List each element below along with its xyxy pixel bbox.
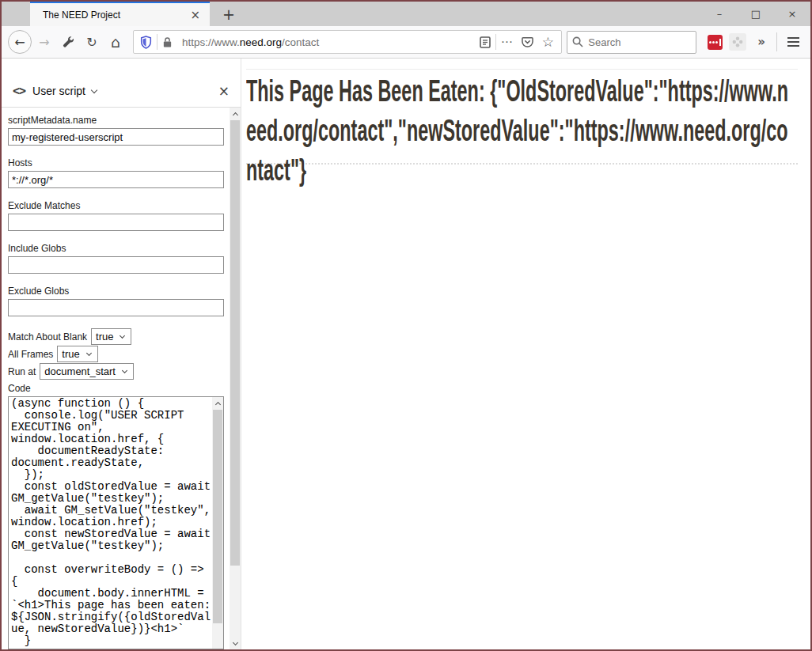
scroll-up-icon[interactable]: [230, 108, 241, 119]
sidebar-header: <> User script ×: [2, 59, 241, 108]
dot: [715, 41, 718, 44]
minimize-button[interactable]: –: [701, 2, 738, 26]
menu-bar: [787, 45, 799, 47]
password-manager-extension-icon[interactable]: [708, 35, 723, 50]
field-label-exclude-matches: Exclude Matches: [8, 200, 224, 211]
run-at-select[interactable]: document_start: [40, 363, 134, 380]
code-label: Code: [8, 383, 224, 394]
forward-button[interactable]: →: [33, 31, 55, 53]
match-about-blank-select[interactable]: true: [91, 328, 131, 345]
tracking-protection-shield-icon[interactable]: [140, 36, 152, 49]
bookmark-button[interactable]: ☆: [537, 32, 558, 52]
bar: [719, 39, 721, 46]
field-label-hosts: Hosts: [8, 157, 224, 168]
home-icon: ⌂: [111, 33, 120, 51]
identity-separator: [157, 34, 157, 50]
search-icon: [572, 36, 583, 47]
page-actions-button[interactable]: ⋯: [496, 32, 517, 52]
tab-title: The NEED Project: [43, 9, 187, 21]
reload-button[interactable]: ↻: [81, 31, 103, 53]
scroll-up-icon[interactable]: [212, 397, 223, 409]
sidebar-scrollbar[interactable]: [230, 108, 241, 649]
site-identity[interactable]: [137, 34, 176, 50]
close-button[interactable]: ×: [774, 2, 810, 26]
exclude-globs-input[interactable]: [8, 299, 224, 316]
home-button[interactable]: ⌂: [104, 31, 127, 53]
field-label-include-globs: Include Globs: [8, 243, 224, 254]
new-tab-button[interactable]: +: [217, 2, 241, 26]
tab-bar: The NEED Project × + – □ ×: [2, 2, 810, 26]
code-scrollbar-thumb[interactable]: [213, 410, 222, 623]
sidebar-form: scriptMetadata.name Hosts Exclude Matche…: [2, 108, 241, 649]
url-text[interactable]: https://www.need.org/contact: [182, 36, 475, 48]
page-heading: This Page Has Been Eaten: {"OldStoredVal…: [246, 71, 795, 190]
toolbar-separator: [776, 32, 777, 51]
wrench-button[interactable]: [57, 31, 79, 53]
maximize-button[interactable]: □: [738, 2, 774, 26]
reader-mode-icon: [480, 36, 491, 48]
hosts-input[interactable]: [8, 171, 224, 188]
code-editor: (async function () { console.log("USER S…: [8, 396, 224, 649]
dot: [709, 41, 711, 44]
code-textarea[interactable]: (async function () { console.log("USER S…: [9, 397, 212, 649]
sidebar-user-script-panel: <> User script × scriptMetadata.name Hos…: [2, 59, 241, 649]
page-content: This Page Has Been Eaten: {"OldStoredVal…: [241, 59, 810, 649]
chevron-down-icon: [120, 332, 125, 338]
menu-bar: [787, 41, 799, 43]
forward-icon: →: [39, 35, 49, 50]
pocket-icon: [522, 36, 533, 47]
run-at-value: document_start: [44, 365, 116, 377]
code-icon: <>: [13, 84, 25, 98]
all-frames-value: true: [62, 348, 79, 360]
back-button[interactable]: ←: [8, 30, 32, 54]
exclude-matches-input[interactable]: [8, 214, 224, 231]
match-about-blank-value: true: [96, 331, 113, 343]
menu-bar: [787, 37, 799, 39]
navigation-toolbar: ← → ↻ ⌂ https://www.need.org/contact ⋯ ☆: [2, 26, 810, 59]
url-domain: need.org: [240, 36, 282, 48]
all-frames-row: All Frames true: [8, 346, 224, 362]
overflow-chevron-icon: »: [757, 35, 765, 49]
field-label-script-name: scriptMetadata.name: [8, 115, 224, 126]
wrench-icon: [62, 36, 74, 48]
chevron-down-icon: [86, 350, 92, 355]
app-menu-button[interactable]: [782, 31, 804, 53]
reload-icon: ↻: [86, 35, 97, 50]
search-input[interactable]: [588, 36, 667, 48]
browser-window: The NEED Project × + – □ × ← → ↻ ⌂ https…: [0, 0, 812, 651]
sidebar-close-icon[interactable]: ×: [218, 83, 230, 99]
bookmark-star-icon: ☆: [542, 34, 554, 50]
url-bar[interactable]: https://www.need.org/contact ⋯ ☆: [133, 30, 562, 54]
browser-tab[interactable]: The NEED Project ×: [30, 2, 210, 26]
match-about-blank-label: Match About Blank: [8, 331, 87, 343]
extension-icon-disabled[interactable]: [729, 33, 746, 51]
overflow-menu-button[interactable]: »: [751, 35, 772, 49]
page-actions-icon: ⋯: [501, 35, 513, 49]
lock-icon[interactable]: [162, 36, 173, 48]
script-name-input[interactable]: [8, 128, 224, 146]
content-top-rule: [246, 69, 798, 70]
window-controls: – □ ×: [701, 2, 810, 26]
flower-icon: [732, 36, 743, 47]
sidebar-title: User script: [32, 85, 85, 97]
pocket-button[interactable]: [517, 32, 537, 52]
url-path: /contact: [282, 36, 319, 48]
chevron-down-icon: [122, 367, 127, 373]
all-frames-select[interactable]: true: [57, 346, 97, 362]
match-about-blank-row: Match About Blank true: [8, 328, 224, 345]
sidebar-dropdown-chevron-icon[interactable]: [91, 86, 97, 93]
run-at-label: Run at: [8, 366, 36, 377]
url-scheme: https://www.: [182, 36, 240, 48]
scroll-down-icon[interactable]: [230, 638, 241, 649]
field-label-exclude-globs: Exclude Globs: [8, 286, 224, 297]
all-frames-label: All Frames: [8, 349, 53, 360]
tab-close-icon[interactable]: ×: [187, 8, 203, 22]
back-icon: ←: [14, 35, 25, 50]
reader-mode-button[interactable]: [475, 32, 495, 52]
browser-content: <> User script × scriptMetadata.name Hos…: [2, 59, 810, 649]
search-bar[interactable]: [567, 31, 696, 54]
dot: [712, 41, 715, 44]
include-globs-input[interactable]: [8, 256, 224, 274]
sidebar-scrollbar-thumb[interactable]: [230, 120, 240, 566]
code-scrollbar[interactable]: [212, 397, 223, 649]
